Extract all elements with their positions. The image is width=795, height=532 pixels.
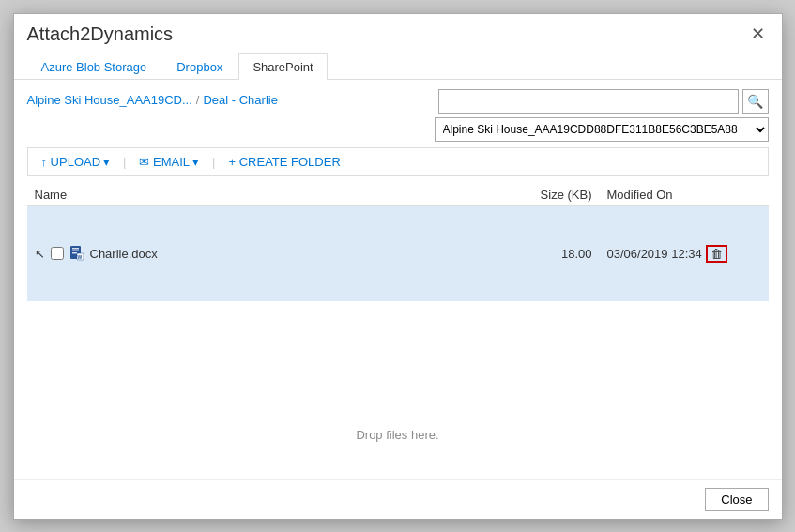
search-input[interactable] <box>438 89 739 114</box>
main-dialog: Attach2Dynamics ✕ Azure Blob Storage Dro… <box>13 13 783 520</box>
footer-close-button[interactable]: Close <box>705 488 768 511</box>
file-modified: 03/06/2019 12:34 🗑 <box>600 205 769 301</box>
breadcrumb-part1[interactable]: Alpine Ski House_AAA19CD... <box>27 93 192 107</box>
svg-rect-2 <box>72 251 79 252</box>
col-header-size: Size (KB) <box>506 184 600 206</box>
dialog-title: Attach2Dynamics <box>27 23 174 45</box>
col-header-name: Name <box>27 184 506 206</box>
search-row: 🔍 <box>438 89 769 114</box>
top-row: Alpine Ski House_AAA19CD... / Deal - Cha… <box>27 89 769 142</box>
dialog-close-button[interactable]: ✕ <box>747 23 769 44</box>
site-dropdown[interactable]: Alpine Ski House_AAA19CDD88DFE311B8E56C3… <box>435 117 769 142</box>
search-button[interactable]: 🔍 <box>742 89 769 114</box>
file-name-inner: ↖ W <box>35 246 498 261</box>
file-docx-icon: W <box>69 246 84 261</box>
breadcrumb: Alpine Ski House_AAA19CD... / Deal - Cha… <box>27 89 278 107</box>
email-button[interactable]: ✉ EMAIL ▾ <box>135 153 203 171</box>
tab-bar: Azure Blob Storage Dropbox SharePoint <box>14 45 782 80</box>
dialog-header: Attach2Dynamics ✕ <box>14 14 782 45</box>
file-name[interactable]: Charlie.docx <box>90 247 158 261</box>
svg-rect-3 <box>72 252 77 254</box>
file-checkbox[interactable] <box>51 247 64 260</box>
upload-button[interactable]: ↑ UPLOAD ▾ <box>38 153 115 171</box>
drop-zone-text: Drop files here. <box>356 428 438 442</box>
svg-rect-1 <box>72 248 79 250</box>
toolbar-separator-2: | <box>212 155 215 169</box>
cursor-icon: ↖ <box>35 247 45 261</box>
file-modified-date: 03/06/2019 12:34 <box>607 247 702 261</box>
email-dropdown-icon: ▾ <box>192 155 199 169</box>
create-folder-button[interactable]: + CREATE FOLDER <box>224 153 344 171</box>
dropdown-row: Alpine Ski House_AAA19CDD88DFE311B8E56C3… <box>435 117 769 142</box>
breadcrumb-separator: / <box>196 93 200 107</box>
file-table: Name Size (KB) Modified On ↖ <box>27 184 769 301</box>
svg-text:W: W <box>77 254 82 260</box>
delete-icon: 🗑 <box>711 247 723 261</box>
tab-dropbox[interactable]: Dropbox <box>162 53 237 80</box>
toolbar: ↑ UPLOAD ▾ | ✉ EMAIL ▾ | + CREATE FOLDER <box>27 147 769 176</box>
tab-sharepoint[interactable]: SharePoint <box>238 53 327 80</box>
col-header-modified: Modified On <box>600 184 769 206</box>
dialog-footer: Close <box>14 479 782 519</box>
create-folder-label: + CREATE FOLDER <box>228 155 340 169</box>
drop-zone[interactable]: Drop files here. <box>27 301 769 470</box>
breadcrumb-part2[interactable]: Deal - Charlie <box>203 93 277 107</box>
right-controls: 🔍 Alpine Ski House_AAA19CDD88DFE311B8E56… <box>435 89 769 142</box>
table-row: ↖ W <box>27 205 769 301</box>
tab-azure-blob-storage[interactable]: Azure Blob Storage <box>27 53 161 80</box>
upload-dropdown-icon: ▾ <box>103 155 110 169</box>
toolbar-separator-1: | <box>123 155 126 169</box>
content-area: Alpine Ski House_AAA19CD... / Deal - Cha… <box>14 80 782 479</box>
upload-label: ↑ UPLOAD <box>41 155 101 169</box>
file-name-cell: ↖ W <box>27 205 506 301</box>
search-icon: 🔍 <box>747 94 763 109</box>
email-label: ✉ EMAIL <box>139 155 190 169</box>
delete-button[interactable]: 🗑 <box>706 245 727 263</box>
file-size: 18.00 <box>506 205 600 301</box>
